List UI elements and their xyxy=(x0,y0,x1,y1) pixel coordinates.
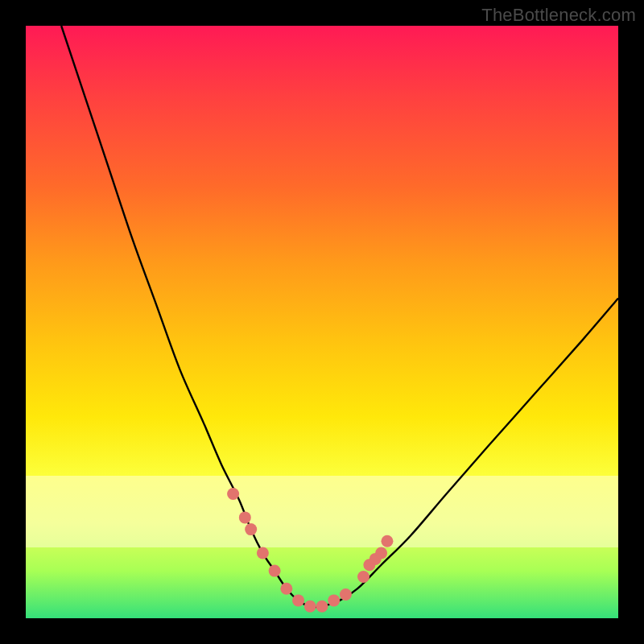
marker-dot xyxy=(304,601,316,613)
marker-dot xyxy=(381,535,393,547)
marker-dot xyxy=(316,601,328,613)
marker-dot xyxy=(239,511,251,523)
watermark-text: TheBottleneck.com xyxy=(481,5,636,26)
marker-dot xyxy=(340,588,352,601)
marker-dot xyxy=(357,571,369,583)
marker-dot xyxy=(280,583,292,595)
chart-frame: TheBottleneck.com xyxy=(0,0,644,644)
marker-dot xyxy=(227,488,239,500)
marker-dot xyxy=(328,594,340,606)
chart-svg xyxy=(26,26,618,618)
plot-area xyxy=(26,26,618,618)
marker-dot xyxy=(292,594,304,606)
marker-dot xyxy=(269,565,281,577)
marker-group xyxy=(227,488,393,613)
marker-dot xyxy=(245,523,257,535)
marker-dot xyxy=(257,547,269,559)
bottleneck-curve xyxy=(61,26,618,607)
marker-dot xyxy=(375,547,387,559)
